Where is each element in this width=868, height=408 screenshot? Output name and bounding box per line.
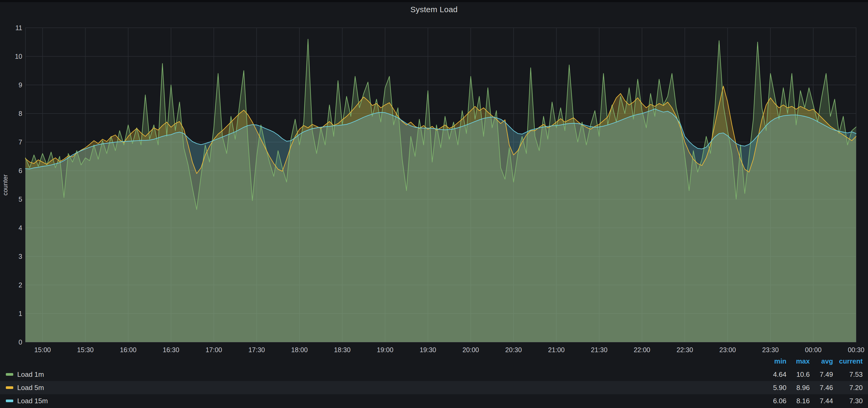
x-tick-label: 20:30: [505, 346, 522, 353]
stat-max: 8.16: [786, 397, 810, 405]
x-tick-label: 16:30: [163, 346, 180, 353]
series-color-swatch[interactable]: [6, 373, 13, 376]
stat-max: 8.96: [786, 384, 810, 392]
y-tick-label: 7: [19, 138, 22, 146]
x-tick-label: 00:00: [805, 346, 822, 353]
stat-min: 4.64: [761, 370, 786, 379]
stat-current: 7.30: [833, 397, 863, 405]
x-tick-label: 20:00: [462, 346, 479, 353]
grafana-panel: System Load 0123456789101115:0015:3016:0…: [0, 0, 868, 408]
series-color-swatch[interactable]: [6, 400, 13, 402]
series-label[interactable]: Load 1m: [17, 370, 44, 379]
series-fills: [25, 39, 856, 342]
y-axis-title: counter: [2, 174, 9, 196]
legend-series-toggle[interactable]: Load 5m: [6, 384, 761, 392]
y-tick-label: 0: [19, 338, 22, 346]
x-tick-label: 23:30: [762, 346, 779, 353]
x-tick-label: 18:00: [291, 346, 308, 353]
series-fill-load-15m: [25, 109, 856, 342]
x-tick-label: 18:30: [334, 346, 350, 353]
stat-current: 7.53: [833, 370, 863, 379]
x-tick-label: 21:00: [548, 346, 565, 353]
x-tick-label: 15:30: [77, 346, 94, 353]
x-tick-label: 23:00: [719, 346, 736, 353]
x-tick-label: 22:30: [677, 346, 693, 353]
y-tick-label: 2: [19, 281, 22, 289]
x-tick-label: 19:00: [377, 346, 394, 353]
stat-min: 5.90: [761, 384, 786, 392]
x-tick-label: 17:30: [248, 346, 265, 353]
stat-current: 7.20: [833, 384, 863, 392]
x-tick-label: 16:00: [120, 346, 136, 353]
legend-header: min max avg current: [0, 354, 868, 368]
legend-row-load-15m: Load 15m6.068.167.447.30: [0, 394, 868, 407]
legend: min max avg current Load 1m4.6410.67.497…: [0, 354, 868, 408]
x-tick-label: 22:00: [634, 346, 650, 353]
legend-column-min[interactable]: min: [761, 357, 786, 365]
stat-max: 10.6: [786, 370, 810, 379]
stat-min: 6.06: [761, 397, 786, 405]
y-tick-label: 3: [19, 253, 22, 260]
series-label[interactable]: Load 15m: [17, 397, 48, 405]
legend-row-load-5m: Load 5m5.908.967.467.20: [0, 381, 868, 394]
legend-series-toggle[interactable]: Load 1m: [6, 370, 761, 379]
stat-avg: 7.44: [810, 397, 833, 405]
x-tick-label: 21:30: [591, 346, 608, 353]
x-tick-label: 17:00: [206, 346, 222, 353]
y-tick-label: 6: [19, 167, 22, 174]
legend-column-current[interactable]: current: [833, 357, 863, 365]
stat-avg: 7.49: [810, 370, 833, 379]
legend-series-toggle[interactable]: Load 15m: [6, 397, 761, 405]
legend-column-max[interactable]: max: [786, 357, 810, 365]
y-tick-label: 4: [19, 224, 22, 232]
series-color-swatch[interactable]: [6, 386, 13, 389]
x-tick-label: 19:30: [420, 346, 436, 353]
y-tick-label: 11: [16, 24, 22, 32]
system-load-chart[interactable]: 0123456789101115:0015:3016:0016:3017:001…: [0, 0, 868, 354]
y-tick-label: 10: [15, 53, 22, 60]
x-tick-label: 00:30: [848, 346, 865, 353]
series-label[interactable]: Load 5m: [17, 384, 44, 392]
y-tick-label: 8: [19, 110, 22, 117]
y-tick-label: 9: [19, 81, 22, 89]
x-tick-label: 15:00: [34, 346, 51, 353]
legend-column-avg[interactable]: avg: [810, 357, 833, 365]
y-tick-label: 1: [19, 310, 22, 317]
stat-avg: 7.46: [810, 384, 833, 392]
legend-row-load-1m: Load 1m4.6410.67.497.53: [0, 368, 868, 381]
y-tick-label: 5: [19, 196, 22, 203]
